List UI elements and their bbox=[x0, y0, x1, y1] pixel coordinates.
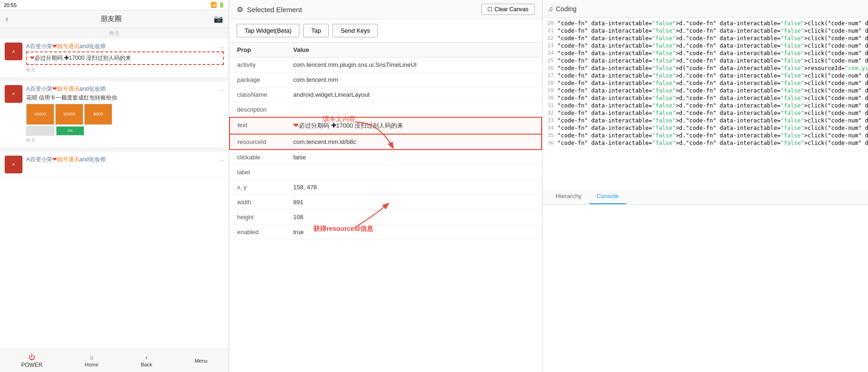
clear-canvas-button[interactable]: ☐ Clear Canvas bbox=[481, 4, 535, 15]
code-line-31: 31"code-fn" data-interactable="false">d.… bbox=[542, 102, 868, 109]
power-label: POWER bbox=[21, 362, 42, 368]
back-label: Back bbox=[141, 362, 152, 367]
avatar-2: A bbox=[5, 85, 22, 103]
code-line-22: 22"code-fn" data-interactable="false">d.… bbox=[542, 35, 868, 42]
line-number: 30 bbox=[542, 95, 557, 101]
avatar-1: A bbox=[5, 43, 22, 60]
checkbox-icon: ☐ bbox=[487, 6, 492, 13]
phone-nav-bar: ‹ 朋友圈 📷 bbox=[0, 10, 229, 28]
feed-body-2: A百变小荣❤靓号通讯and化妆师 花呗 信用卡一额度套成红包转账给你 ¥1000… bbox=[26, 85, 224, 144]
feed-more-2[interactable]: ··· bbox=[218, 86, 224, 93]
line-code-text: "code-fn" data-interactable="false">d("c… bbox=[557, 65, 868, 72]
feed-more-3[interactable]: ··· bbox=[218, 157, 224, 164]
line-number: 20 bbox=[542, 20, 557, 27]
line-code-text: "code-fn" data-interactable="false">d."c… bbox=[557, 125, 868, 131]
menu-button[interactable]: Menu bbox=[195, 358, 208, 364]
props-table: Prop Value activitycom.tencent.mm.plugin… bbox=[229, 43, 542, 372]
tap-button[interactable]: Tap bbox=[303, 24, 329, 37]
line-number: 31 bbox=[542, 102, 557, 109]
prop-key-x, y: x, y bbox=[230, 180, 286, 195]
prop-row-x, y: x, y158, 478 bbox=[230, 180, 542, 195]
code-line-30: 30"code-fn" data-interactable="false">d.… bbox=[542, 94, 868, 102]
coding-panel: ♫ Coding 重置代码 ⧉ ▶ 选中运行 停止 20"code-fn" da… bbox=[542, 0, 868, 372]
nav-back-icon[interactable]: ‹ bbox=[6, 14, 8, 24]
code-line-20: 20"code-fn" data-interactable="false">d.… bbox=[542, 20, 868, 27]
phone-time: 20:55 bbox=[4, 2, 17, 8]
prop-key-text: text bbox=[230, 117, 286, 134]
code-line-35: 35"code-fn" data-interactable="false">d.… bbox=[542, 132, 868, 139]
prop-key-clickable: clickable bbox=[230, 150, 286, 165]
feed-item-1: A A百变小荣❤靓号通讯and化妆师 ❤必过分期码 ✚17000 没扫过别人码的… bbox=[0, 39, 229, 78]
line-number: 36 bbox=[542, 140, 557, 146]
music-icon: ♫ bbox=[548, 5, 553, 13]
prop-row-clickable: clickablefalse bbox=[230, 150, 542, 165]
inspector-panel: ⚙ Selected Element ☐ Clear Canvas Tap Wi… bbox=[229, 0, 542, 372]
menu-label: Menu bbox=[195, 358, 208, 364]
send-keys-button[interactable]: Send Keys bbox=[333, 24, 378, 37]
nav-title: 朋友圈 bbox=[101, 14, 122, 23]
power-icon: ⏻ bbox=[29, 353, 35, 361]
prop-value-label bbox=[286, 165, 542, 180]
feed-more-1[interactable]: ··· bbox=[218, 43, 224, 51]
line-number: 21 bbox=[542, 28, 557, 34]
tab-hierarchy[interactable]: Hierarchy bbox=[548, 189, 589, 204]
line-code-text: "code-fn" data-interactable="false">d."c… bbox=[557, 102, 868, 109]
coding-title: ♫ Coding bbox=[548, 5, 577, 13]
camera-icon[interactable]: 📷 bbox=[214, 14, 223, 23]
power-button[interactable]: ⏻ POWER bbox=[21, 353, 42, 368]
prop-row-description: description bbox=[230, 102, 542, 118]
prop-row-package: packagecom.tencent.mm bbox=[230, 72, 542, 87]
line-number: 29 bbox=[542, 87, 557, 94]
prop-value-package: com.tencent.mm bbox=[286, 72, 542, 87]
code-line-25: 25"code-fn" data-interactable="false">d.… bbox=[542, 57, 868, 64]
date-divider: 昨天 bbox=[0, 28, 229, 39]
coding-header: ♫ Coding 重置代码 ⧉ ▶ 选中运行 停止 bbox=[542, 0, 868, 18]
line-number: 32 bbox=[542, 110, 557, 116]
prop-value-enabled: true bbox=[286, 225, 542, 240]
line-code-text: "code-fn" data-interactable="false">d."c… bbox=[557, 28, 868, 34]
prop-key-label: label bbox=[230, 165, 286, 180]
feed-img-5: OK bbox=[56, 126, 84, 136]
feed-body-3: A百变小荣❤靓号通讯and化妆师 bbox=[26, 156, 224, 173]
tap-widget-button[interactable]: Tap Widget(Beta) bbox=[237, 24, 299, 37]
prop-value-x, y: 158, 478 bbox=[286, 180, 542, 195]
tab-console[interactable]: Console bbox=[589, 189, 627, 204]
feed-name-2: A百变小荣❤靓号通讯and化妆师 bbox=[26, 85, 224, 93]
prop-value-activity: com.tencent.mm.plugin.sns.ui.SnsTimeLine… bbox=[286, 57, 542, 72]
feed-text-highlighted: ❤必过分期码 ✚17000 没扫过别人码的来 bbox=[26, 51, 224, 65]
section-divider bbox=[0, 78, 229, 81]
home-icon: ⌂ bbox=[90, 354, 94, 361]
line-number: 27 bbox=[542, 72, 557, 79]
prop-row-label: label bbox=[230, 165, 542, 180]
line-number: 35 bbox=[542, 132, 557, 139]
prop-key-resourceId: resourceId bbox=[230, 134, 286, 150]
line-number: 34 bbox=[542, 125, 557, 131]
line-code-text: "code-fn" data-interactable="false">d."c… bbox=[557, 57, 868, 64]
line-code-text: "code-fn" data-interactable="false">d."c… bbox=[557, 20, 868, 27]
prop-header: Prop bbox=[230, 43, 286, 57]
phone-status-bar: 20:55 📶 🔋 bbox=[0, 0, 229, 10]
status-icons: 📶 🔋 bbox=[210, 2, 225, 8]
feed-name-3: A百变小荣❤靓号通讯and化妆师 bbox=[26, 156, 224, 164]
line-number: 24 bbox=[542, 50, 557, 57]
code-line-24: 24"code-fn" data-interactable="false">d.… bbox=[542, 50, 868, 57]
line-code-text: "code-fn" data-interactable="false">d."c… bbox=[557, 140, 868, 146]
phone-panel: 20:55 📶 🔋 ‹ 朋友圈 📷 昨天 A A百变小荣❤靓号通讯and化妆师 … bbox=[0, 0, 229, 372]
code-line-26: 26"code-fn" data-interactable="false">d(… bbox=[542, 64, 868, 72]
feed-img-2: ¥1000 bbox=[55, 104, 83, 125]
feed-text-2: 花呗 信用卡一额度套成红包转账给你 bbox=[26, 94, 224, 102]
line-number: 33 bbox=[542, 117, 557, 124]
prop-row-width: width891 bbox=[230, 195, 542, 210]
prop-key-enabled: enabled bbox=[230, 225, 286, 240]
console-area bbox=[542, 205, 868, 372]
prop-row-height: height108 bbox=[230, 210, 542, 225]
home-button[interactable]: ⌂ Home bbox=[85, 354, 98, 367]
code-line-34: 34"code-fn" data-interactable="false">d.… bbox=[542, 124, 868, 132]
code-line-21: 21"code-fn" data-interactable="false">d.… bbox=[542, 27, 868, 35]
clear-canvas-label: Clear Canvas bbox=[494, 6, 528, 13]
tabs-bar: Hierarchy Console bbox=[542, 189, 868, 205]
line-code-text: "code-fn" data-interactable="false">d."c… bbox=[557, 35, 868, 42]
prop-row-className: classNameandroid.widget.LinearLayout bbox=[230, 87, 542, 102]
back-button[interactable]: ‹ Back bbox=[141, 354, 152, 367]
line-code-text: "code-fn" data-interactable="false">d."c… bbox=[557, 50, 868, 57]
